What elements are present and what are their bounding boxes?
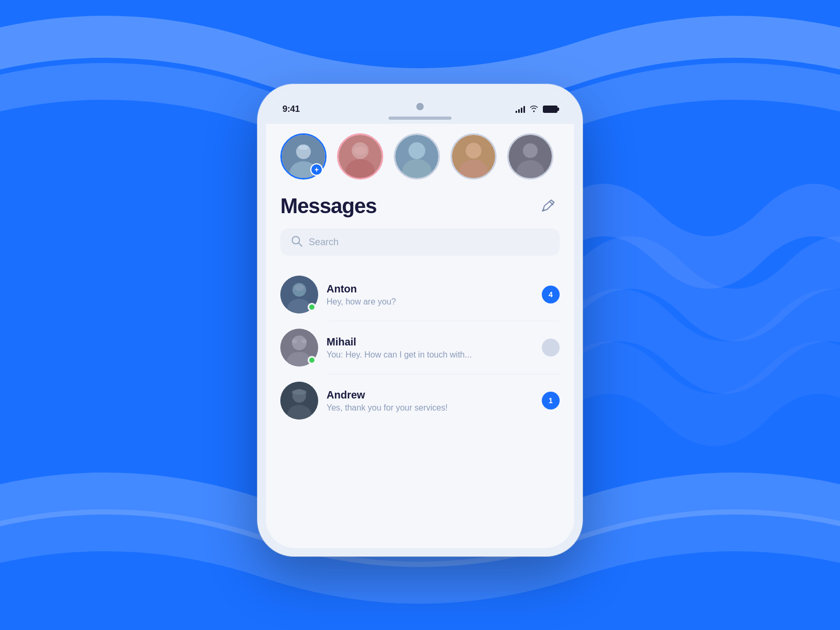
message-preview-anton: Hey, how are you?: [327, 297, 533, 307]
avatar-mihail: [280, 329, 318, 366]
contact-name-anton: Anton: [327, 283, 533, 295]
add-story-badge[interactable]: +: [310, 163, 323, 176]
search-icon: [291, 235, 302, 249]
signal-icon: [516, 106, 525, 113]
phone-mockup: 9:41: [257, 84, 583, 556]
message-content-mihail: Mihail You: Hey. How can I get in touch …: [327, 336, 533, 360]
search-bar[interactable]: Search: [280, 228, 560, 256]
story-item-5[interactable]: [507, 133, 553, 180]
status-bar: 9:41: [266, 92, 574, 120]
story-item-1[interactable]: +: [280, 133, 327, 180]
message-item-anton[interactable]: Anton Hey, how are you? 4: [266, 268, 574, 321]
message-preview-andrew: Yes, thank you for your services!: [327, 403, 533, 413]
messages-header: Messages: [266, 190, 574, 228]
contact-name-mihail: Mihail: [327, 336, 533, 348]
app-content: +: [266, 120, 574, 548]
message-content-anton: Anton Hey, how are you?: [327, 283, 533, 307]
svg-point-26: [292, 339, 297, 343]
message-preview-mihail: You: Hey. How can I get in touch with...: [327, 350, 533, 360]
avatar-andrew: [280, 382, 318, 419]
avatar-anton: [280, 276, 318, 313]
story-item-3[interactable]: [394, 133, 440, 180]
message-item-andrew[interactable]: Andrew Yes, thank you for your services!…: [266, 374, 574, 427]
message-item-mihail[interactable]: Mihail You: Hey. How can I get in touch …: [266, 321, 574, 374]
stories-row[interactable]: +: [266, 128, 574, 190]
svg-line-18: [299, 243, 302, 246]
messages-title: Messages: [280, 194, 376, 218]
status-icons: [516, 105, 558, 114]
story-item-4[interactable]: [450, 133, 497, 180]
unread-badge-andrew: 1: [542, 392, 560, 410]
svg-rect-3: [299, 145, 308, 150]
message-content-andrew: Andrew Yes, thank you for your services!: [327, 389, 533, 413]
unread-badge-mihail: [542, 339, 560, 356]
phone-frame: 9:41: [257, 84, 583, 556]
svg-point-27: [301, 339, 307, 343]
svg-point-31: [292, 390, 307, 395]
svg-point-9: [408, 142, 425, 159]
svg-point-12: [466, 143, 481, 159]
svg-point-7: [354, 146, 366, 155]
message-list: Anton Hey, how are you? 4: [266, 268, 574, 427]
story-item-2[interactable]: [337, 133, 383, 180]
phone-screen: 9:41: [266, 92, 574, 548]
contact-name-andrew: Andrew: [327, 389, 533, 401]
battery-icon: [543, 106, 558, 113]
svg-point-15: [523, 143, 538, 158]
online-indicator-anton: [308, 303, 316, 311]
compose-button[interactable]: [537, 195, 560, 218]
unread-badge-anton: 4: [542, 286, 560, 303]
online-indicator-mihail: [308, 356, 316, 364]
wifi-icon: [529, 105, 539, 114]
compose-icon: [540, 198, 556, 215]
svg-point-22: [295, 285, 304, 291]
search-placeholder-text: Search: [309, 237, 339, 248]
status-time: 9:41: [282, 104, 300, 114]
